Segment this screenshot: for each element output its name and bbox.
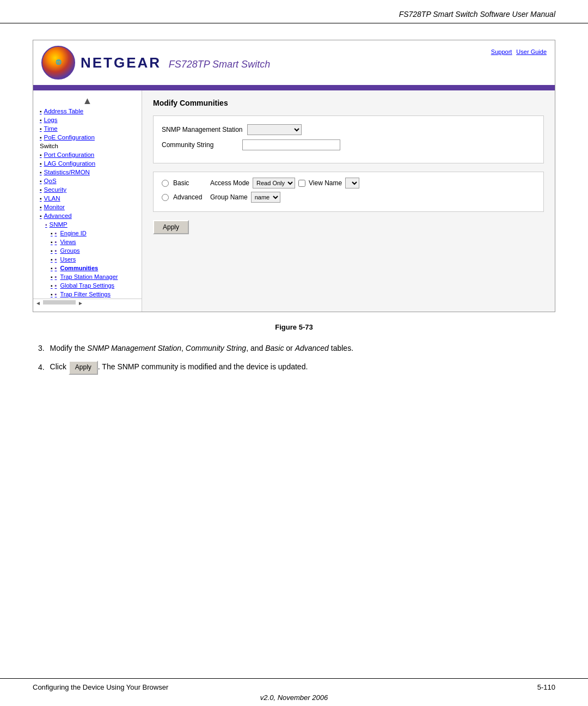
- netgear-brand: NETGEAR: [81, 54, 161, 71]
- sidebar-item-views[interactable]: ▪ Views: [33, 238, 142, 246]
- view-name-checkbox[interactable]: [298, 180, 305, 187]
- sidebar-item-snmp[interactable]: SNMP: [33, 220, 142, 229]
- advanced-radio-row: Advanced Group Name name: [162, 192, 535, 203]
- page-header: FS728TP Smart Switch Software User Manua…: [0, 0, 588, 23]
- sidebar-label: Trap Station Manager: [60, 273, 118, 280]
- sidebar-label: VLAN: [44, 195, 60, 202]
- sidebar-item-vlan[interactable]: VLAN: [33, 194, 142, 203]
- sidebar-item-statistics[interactable]: Statistics/RMON: [33, 168, 142, 176]
- sidebar-item-trap-filter[interactable]: ▪ Trap Filter Settings: [33, 290, 142, 299]
- logo-area: 🌐 NETGEAR FS728TP Smart Switch: [41, 46, 270, 80]
- netgear-product: FS728TP Smart Switch: [169, 59, 270, 70]
- netgear-header: 🌐 NETGEAR FS728TP Smart Switch Support U…: [33, 40, 555, 87]
- step3-item1: SNMP Management Station: [87, 344, 181, 352]
- step3-item4: Advanced: [295, 344, 329, 352]
- apply-button[interactable]: Apply: [153, 220, 189, 234]
- scroll-left-arrow[interactable]: ◄: [35, 300, 41, 306]
- scrollbar-track[interactable]: [43, 300, 76, 305]
- view-name-label: View Name: [309, 179, 342, 187]
- manual-title: FS728TP Smart Switch Software User Manua…: [399, 10, 555, 19]
- sidebar-item-advanced[interactable]: Advanced: [33, 211, 142, 220]
- sidebar-item-trap-station[interactable]: ▪ Trap Station Manager: [33, 272, 142, 281]
- sidebar-label: Security: [44, 186, 67, 193]
- sidebar-label: Advanced: [44, 212, 72, 219]
- sidebar-item-monitor[interactable]: Monitor: [33, 203, 142, 211]
- sidebar-label: PoE Configuration: [44, 134, 95, 141]
- sidebar-label: Views: [60, 239, 76, 245]
- panel-title: Modify Communities: [153, 99, 544, 107]
- sidebar-label: QoS: [44, 178, 57, 184]
- view-name-select[interactable]: [345, 178, 359, 188]
- footer-row1: Configuring the Device Using Your Browse…: [33, 683, 555, 691]
- scroll-right-arrow[interactable]: ►: [78, 300, 83, 306]
- main-content: 🌐 NETGEAR FS728TP Smart Switch Support U…: [0, 23, 588, 398]
- snmp-station-row: SNMP Management Station: [162, 124, 535, 135]
- support-link[interactable]: Support: [491, 48, 512, 55]
- step-4: 4. Click Apply. The SNMP community is mo…: [33, 361, 555, 374]
- sidebar-label: Groups: [60, 247, 79, 254]
- sidebar-item-poe[interactable]: PoE Configuration: [33, 133, 142, 142]
- sidebar-item-engine-id[interactable]: ▪ Engine ID: [33, 229, 142, 238]
- community-string-row: Community String: [162, 139, 535, 150]
- basic-radio[interactable]: [162, 180, 169, 187]
- scroll-up: ▲: [33, 95, 142, 107]
- basic-radio-row: Basic Access Mode Read Only View Name: [162, 178, 535, 188]
- footer-right: 5-110: [537, 683, 555, 691]
- sidebar-item-time[interactable]: Time: [33, 124, 142, 133]
- footer-left: Configuring the Device Using Your Browse…: [33, 683, 168, 691]
- main-panel: Modify Communities SNMP Management Stati…: [142, 90, 555, 312]
- sidebar-label: Statistics/RMON: [44, 169, 90, 175]
- sidebar-label: Address Table: [44, 108, 84, 114]
- sidebar-label: Trap Filter Settings: [60, 291, 111, 297]
- sidebar-label: Logs: [44, 117, 58, 123]
- two-col-layout: ▲ Address Table Logs Time PoE Configurat…: [33, 90, 555, 312]
- sidebar-section-switch: Switch: [33, 142, 142, 150]
- sidebar-label: SNMP: [50, 221, 68, 228]
- sidebar-item-security[interactable]: Security: [33, 185, 142, 194]
- sidebar-label: Port Configuration: [44, 151, 95, 158]
- step-3: 3. Modify the SNMP Management Station, C…: [33, 342, 555, 354]
- sidebar-item-lag[interactable]: LAG Configuration: [33, 159, 142, 168]
- footer-row2: v2.0, November 2006: [33, 693, 555, 702]
- access-mode-select[interactable]: Read Only: [253, 178, 295, 188]
- sidebar-item-groups[interactable]: ▪ Groups: [33, 246, 142, 255]
- sidebar-item-logs[interactable]: Logs: [33, 115, 142, 124]
- figure-caption: Figure 5-73: [33, 323, 555, 331]
- access-mode-label: Access Mode: [210, 179, 249, 187]
- step3-item3: Basic: [265, 344, 284, 352]
- browser-container: 🌐 NETGEAR FS728TP Smart Switch Support U…: [33, 40, 555, 312]
- sidebar-label: Engine ID: [60, 230, 86, 236]
- sidebar-label: Global Trap Settings: [60, 282, 114, 289]
- inline-apply-badge: Apply: [69, 361, 98, 374]
- step3-item2: Community String: [186, 344, 246, 352]
- basic-label: Basic: [173, 179, 206, 187]
- form-section: SNMP Management Station Community String: [153, 115, 544, 163]
- sidebar-item-users[interactable]: ▪ Users: [33, 255, 142, 264]
- footer-bottom: v2.0, November 2006: [260, 693, 328, 702]
- community-string-label: Community String: [162, 141, 238, 149]
- snmp-station-label: SNMP Management Station: [162, 126, 243, 133]
- sidebar-label: Time: [44, 125, 58, 132]
- advanced-radio[interactable]: [162, 194, 169, 201]
- sidebar: ▲ Address Table Logs Time PoE Configurat…: [33, 90, 142, 312]
- group-name-label: Group Name: [210, 193, 248, 201]
- user-guide-link[interactable]: User Guide: [516, 48, 547, 55]
- sidebar-item-communities[interactable]: ▪ Communities: [33, 264, 142, 272]
- header-links: Support User Guide: [491, 46, 547, 55]
- sidebar-label: LAG Configuration: [44, 160, 96, 167]
- sidebar-item-qos[interactable]: QoS: [33, 176, 142, 185]
- radio-section: Basic Access Mode Read Only View Name: [153, 172, 544, 212]
- sidebar-label: Monitor: [44, 204, 65, 210]
- advanced-label: Advanced: [173, 193, 206, 201]
- snmp-station-select[interactable]: [247, 124, 302, 135]
- sidebar-scrollbar: ◄ ►: [33, 299, 142, 307]
- community-string-input[interactable]: [242, 139, 340, 150]
- group-name-select[interactable]: name: [251, 192, 280, 203]
- sidebar-item-global-trap[interactable]: ▪ Global Trap Settings: [33, 281, 142, 290]
- page-footer: Configuring the Device Using Your Browse…: [0, 678, 588, 706]
- netgear-logo: 🌐: [41, 46, 75, 80]
- sidebar-item-port-config[interactable]: Port Configuration: [33, 150, 142, 159]
- sidebar-label: Communities: [60, 265, 98, 271]
- sidebar-label: Users: [60, 256, 76, 263]
- sidebar-item-address-table[interactable]: Address Table: [33, 107, 142, 115]
